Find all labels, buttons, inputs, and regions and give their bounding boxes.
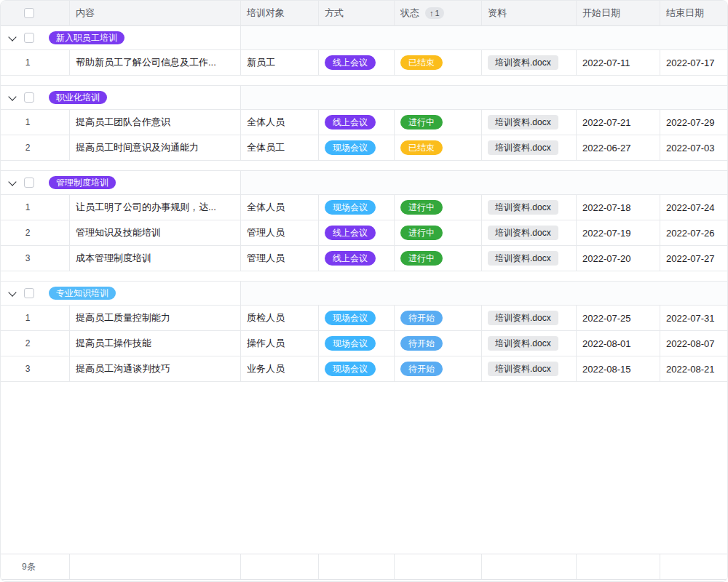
material-cell[interactable]: 培训资料.docx: [482, 306, 577, 331]
column-header-target[interactable]: 培训对象: [241, 1, 319, 26]
start-date-cell[interactable]: 2022-07-18: [577, 195, 660, 220]
content-cell[interactable]: 提高员工沟通谈判技巧: [70, 356, 241, 382]
column-header-end[interactable]: 结束日期: [660, 1, 727, 26]
row-head-cell[interactable]: 1: [1, 50, 70, 76]
row-head-cell[interactable]: 3: [1, 356, 70, 382]
status-cell[interactable]: 进行中: [395, 246, 482, 271]
chevron-down-icon[interactable]: [7, 177, 18, 188]
status-cell[interactable]: 已结束: [395, 135, 482, 161]
row-head-cell[interactable]: 1: [1, 110, 70, 135]
group-checkbox[interactable]: [24, 288, 34, 298]
start-date-cell[interactable]: 2022-06-27: [577, 135, 660, 161]
end-date-cell[interactable]: 2022-07-03: [660, 135, 727, 161]
select-all-checkbox[interactable]: [24, 8, 34, 18]
content-cell[interactable]: 让员工明了公司的办事规则，达...: [70, 195, 241, 220]
target-cell[interactable]: 管理人员: [241, 246, 319, 271]
status-cell[interactable]: 已结束: [395, 50, 482, 76]
attachment-chip[interactable]: 培训资料.docx: [488, 115, 558, 129]
attachment-chip[interactable]: 培训资料.docx: [488, 200, 558, 215]
row-head-cell[interactable]: 2: [1, 220, 70, 246]
content-cell[interactable]: 成本管理制度培训: [70, 246, 241, 271]
column-header-status[interactable]: 状态↑1: [395, 1, 482, 26]
attachment-chip[interactable]: 培训资料.docx: [488, 140, 558, 155]
column-header-content[interactable]: 内容: [70, 1, 241, 26]
material-cell[interactable]: 培训资料.docx: [482, 356, 577, 382]
content-cell[interactable]: 提高员工时间意识及沟通能力: [70, 135, 241, 161]
method-cell[interactable]: 线上会议: [319, 110, 395, 135]
material-cell[interactable]: 培训资料.docx: [482, 246, 577, 271]
status-cell[interactable]: 待开始: [395, 331, 482, 356]
material-cell[interactable]: 培训资料.docx: [482, 331, 577, 356]
end-date-cell[interactable]: 2022-07-27: [660, 246, 727, 271]
target-cell[interactable]: 管理人员: [241, 220, 319, 246]
attachment-chip[interactable]: 培训资料.docx: [488, 362, 558, 376]
method-cell[interactable]: 线上会议: [319, 50, 395, 76]
content-cell[interactable]: 管理知识及技能培训: [70, 220, 241, 246]
method-cell[interactable]: 线上会议: [319, 246, 395, 271]
attachment-chip[interactable]: 培训资料.docx: [488, 251, 558, 266]
end-date-cell[interactable]: 2022-08-21: [660, 356, 727, 382]
status-cell[interactable]: 待开始: [395, 306, 482, 331]
end-date-cell[interactable]: 2022-07-31: [660, 306, 727, 331]
method-cell[interactable]: 现场会议: [319, 195, 395, 220]
column-header-material[interactable]: 资料: [482, 1, 577, 26]
status-cell[interactable]: 进行中: [395, 195, 482, 220]
chevron-down-icon[interactable]: [7, 92, 18, 103]
start-date-cell[interactable]: 2022-07-21: [577, 110, 660, 135]
column-header-start[interactable]: 开始日期: [577, 1, 660, 26]
chevron-down-icon[interactable]: [7, 32, 18, 44]
content-cell[interactable]: 提高员工团队合作意识: [70, 110, 241, 135]
target-cell[interactable]: 业务人员: [241, 356, 319, 382]
method-cell[interactable]: 现场会议: [319, 356, 395, 382]
content-cell[interactable]: 提高员工操作技能: [70, 331, 241, 356]
chevron-down-icon[interactable]: [7, 287, 18, 299]
target-cell[interactable]: 全体人员: [241, 195, 319, 220]
status-cell[interactable]: 进行中: [395, 220, 482, 246]
start-date-cell[interactable]: 2022-08-15: [577, 356, 660, 382]
content-cell[interactable]: 帮助新员工了解公司信息及工作...: [70, 50, 241, 76]
row-head-cell[interactable]: 2: [1, 135, 70, 161]
target-text: 业务人员: [247, 362, 285, 375]
start-date-cell[interactable]: 2022-07-25: [577, 306, 660, 331]
target-cell[interactable]: 全体员工: [241, 135, 319, 161]
target-cell[interactable]: 新员工: [241, 50, 319, 76]
method-cell[interactable]: 现场会议: [319, 135, 395, 161]
material-cell[interactable]: 培训资料.docx: [482, 110, 577, 135]
end-date-cell[interactable]: 2022-07-17: [660, 50, 727, 76]
group-checkbox[interactable]: [24, 33, 34, 43]
end-date-cell[interactable]: 2022-07-29: [660, 110, 727, 135]
group-checkbox[interactable]: [24, 92, 34, 103]
attachment-chip[interactable]: 培训资料.docx: [488, 311, 558, 325]
sort-badge[interactable]: ↑1: [425, 7, 444, 19]
start-date-cell[interactable]: 2022-08-01: [577, 331, 660, 356]
attachment-chip[interactable]: 培训资料.docx: [488, 336, 558, 351]
target-cell[interactable]: 全体人员: [241, 110, 319, 135]
start-date-cell[interactable]: 2022-07-19: [577, 220, 660, 246]
status-cell[interactable]: 进行中: [395, 110, 482, 135]
status-cell[interactable]: 待开始: [395, 356, 482, 382]
material-cell[interactable]: 培训资料.docx: [482, 50, 577, 76]
end-date-cell[interactable]: 2022-07-26: [660, 220, 727, 246]
material-cell[interactable]: 培训资料.docx: [482, 220, 577, 246]
material-cell[interactable]: 培训资料.docx: [482, 135, 577, 161]
method-cell[interactable]: 现场会议: [319, 331, 395, 356]
attachment-chip[interactable]: 培训资料.docx: [488, 55, 558, 70]
group-checkbox[interactable]: [24, 178, 34, 188]
start-date-cell[interactable]: 2022-07-11: [577, 50, 660, 76]
row-head-cell[interactable]: 3: [1, 246, 70, 271]
material-cell[interactable]: 培训资料.docx: [482, 195, 577, 220]
row-head-cell[interactable]: 1: [1, 195, 70, 220]
start-date-cell[interactable]: 2022-07-20: [577, 246, 660, 271]
end-date-cell[interactable]: 2022-08-07: [660, 331, 727, 356]
attachment-chip[interactable]: 培训资料.docx: [488, 226, 558, 240]
row-head-cell[interactable]: 2: [1, 331, 70, 356]
method-cell[interactable]: 现场会议: [319, 306, 395, 331]
row-head-cell[interactable]: 1: [1, 306, 70, 331]
target-cell[interactable]: 质检人员: [241, 306, 319, 331]
content-cell[interactable]: 提高员工质量控制能力: [70, 306, 241, 331]
column-header-method[interactable]: 方式: [319, 1, 395, 26]
target-cell[interactable]: 操作人员: [241, 331, 319, 356]
method-tag: 现场会议: [325, 336, 376, 351]
end-date-cell[interactable]: 2022-07-24: [660, 195, 727, 220]
method-cell[interactable]: 线上会议: [319, 220, 395, 246]
